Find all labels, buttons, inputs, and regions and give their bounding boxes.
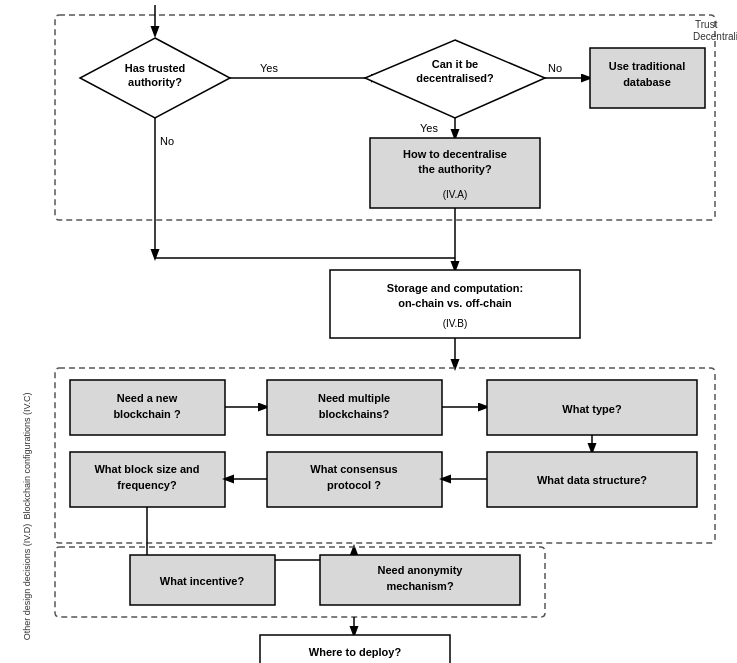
no-label-2: No bbox=[548, 62, 562, 74]
svg-text:Where to deploy?: Where to deploy? bbox=[309, 646, 402, 658]
yes-label-1: Yes bbox=[260, 62, 278, 74]
flowchart-diagram: Trust Decentralization Has trusted autho… bbox=[0, 0, 737, 663]
svg-text:Need multiple: Need multiple bbox=[318, 392, 390, 404]
svg-text:Storage and computation:: Storage and computation: bbox=[387, 282, 523, 294]
svg-text:Need anonymity: Need anonymity bbox=[378, 564, 464, 576]
svg-text:Can it be: Can it be bbox=[432, 58, 478, 70]
svg-text:mechanism?: mechanism? bbox=[386, 580, 454, 592]
svg-text:the authority?: the authority? bbox=[418, 163, 492, 175]
svg-text:Blockchain configurations (IV.: Blockchain configurations (IV.C) bbox=[22, 392, 32, 519]
svg-text:(IV.A): (IV.A) bbox=[443, 189, 468, 200]
svg-text:(IV.B): (IV.B) bbox=[443, 318, 468, 329]
trust-decentralization-label: Trust bbox=[695, 19, 718, 30]
svg-text:Use traditional: Use traditional bbox=[609, 60, 685, 72]
svg-text:Need a new: Need a new bbox=[117, 392, 178, 404]
svg-text:What incentive?: What incentive? bbox=[160, 575, 245, 587]
svg-text:Has trusted: Has trusted bbox=[125, 62, 186, 74]
svg-text:What type?: What type? bbox=[562, 403, 622, 415]
svg-text:decentralised?: decentralised? bbox=[416, 72, 494, 84]
no-label-1: No bbox=[160, 135, 174, 147]
svg-text:protocol ?: protocol ? bbox=[327, 479, 381, 491]
svg-text:What block size and: What block size and bbox=[94, 463, 199, 475]
svg-text:blockchains?: blockchains? bbox=[319, 408, 390, 420]
svg-text:What consensus: What consensus bbox=[310, 463, 397, 475]
svg-text:frequency?: frequency? bbox=[117, 479, 177, 491]
svg-text:authority?: authority? bbox=[128, 76, 182, 88]
svg-text:Decentralization: Decentralization bbox=[693, 31, 737, 42]
svg-text:Other design decisions (IV.D): Other design decisions (IV.D) bbox=[22, 524, 32, 641]
svg-text:blockchain ?: blockchain ? bbox=[113, 408, 181, 420]
svg-text:How to decentralise: How to decentralise bbox=[403, 148, 507, 160]
svg-text:What data structure?: What data structure? bbox=[537, 474, 647, 486]
svg-text:on-chain vs. off-chain: on-chain vs. off-chain bbox=[398, 297, 512, 309]
svg-text:database: database bbox=[623, 76, 671, 88]
yes-label-2: Yes bbox=[420, 122, 438, 134]
